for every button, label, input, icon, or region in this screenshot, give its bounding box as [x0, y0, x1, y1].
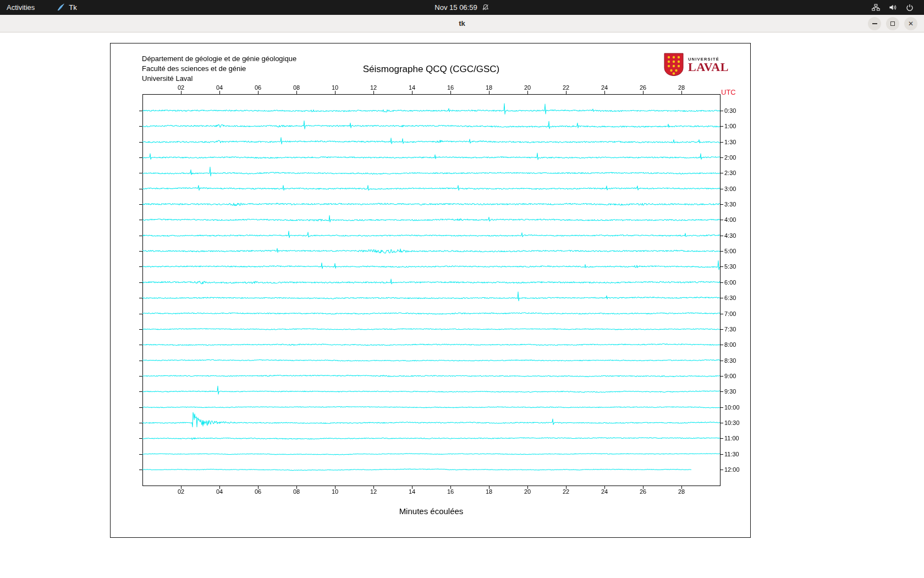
row-time-label: 10:00 [724, 404, 740, 411]
x-tick-label-bottom: 10 [331, 488, 339, 495]
row-time-label: 6:00 [724, 279, 736, 286]
notifications-muted-icon [482, 4, 490, 11]
row-time-label: 2:30 [724, 170, 736, 177]
focused-app-indicator[interactable]: Tk [57, 3, 76, 12]
x-tick-label-bottom: 26 [639, 488, 647, 495]
clock-button[interactable]: Nov 15 06:59 [435, 0, 489, 15]
power-icon[interactable] [903, 0, 916, 15]
x-tick-label-top: 18 [485, 84, 493, 91]
x-tick-label-top: 28 [677, 84, 686, 91]
row-time-label: 12:00 [724, 466, 740, 473]
row-time-label: 10:30 [724, 419, 740, 427]
plot-title: Séismographe QCQ (CGC/GSC) [142, 64, 720, 75]
x-tick-label-bottom: 20 [523, 488, 532, 495]
x-tick-label-bottom: 02 [177, 488, 185, 495]
focused-app-name: Tk [69, 3, 76, 12]
row-time-label: 9:30 [724, 388, 736, 395]
row-time-label: 5:00 [724, 248, 736, 255]
x-tick-label-bottom: 04 [215, 488, 224, 495]
row-time-label: 0:30 [724, 107, 736, 114]
row-time-label: 7:00 [724, 310, 736, 318]
row-time-label: 9:00 [724, 373, 736, 380]
tk-canvas-frame: Département de géologie et de génie géol… [110, 43, 751, 538]
window-title: tk [459, 19, 465, 28]
row-time-label: 7:30 [724, 326, 736, 333]
x-tick-label-top: 10 [331, 84, 339, 91]
x-tick-label-top: 24 [600, 84, 609, 91]
row-time-label: 8:00 [724, 341, 736, 348]
x-tick-label-bottom: 06 [254, 488, 262, 495]
row-time-label: 11:00 [724, 435, 739, 442]
x-tick-label-bottom: 18 [485, 488, 493, 495]
x-tick-label-top: 06 [254, 84, 262, 91]
logo-text-laval: LAVAL [688, 62, 729, 73]
x-tick-label-bottom: 28 [677, 488, 686, 495]
x-tick-label-top: 12 [369, 84, 378, 91]
row-time-label: 5:30 [724, 263, 736, 270]
institution-line-1: Département de géologie et de génie géol… [142, 54, 296, 64]
utc-label: UTC [721, 88, 736, 96]
x-tick-label-top: 04 [215, 84, 224, 91]
x-tick-label-top: 26 [639, 84, 647, 91]
clock-text: Nov 15 06:59 [435, 3, 477, 12]
close-button[interactable]: ✕ [904, 17, 917, 30]
window-content: Département de géologie et de génie géol… [0, 32, 924, 578]
x-tick-label-top: 16 [446, 84, 455, 91]
x-tick-label-top: 02 [177, 84, 185, 91]
row-time-label: 2:00 [724, 154, 736, 161]
top-bar: Activities Tk Nov 15 06:59 [0, 0, 924, 15]
institution-line-3: Université Laval [142, 74, 296, 84]
seismograph-canvas [111, 43, 751, 538]
row-time-label: 4:30 [724, 232, 736, 239]
volume-icon[interactable] [886, 0, 900, 15]
x-axis-caption: Minutes écoulées [142, 506, 720, 516]
window-titlebar[interactable]: tk ✕ [0, 15, 924, 32]
x-tick-label-bottom: 14 [408, 488, 416, 495]
maximize-button[interactable] [886, 17, 899, 30]
row-time-label: 4:00 [724, 216, 736, 223]
x-tick-label-bottom: 12 [369, 488, 378, 495]
laval-shield-icon [663, 53, 684, 77]
x-tick-label-top: 08 [292, 84, 301, 91]
row-time-label: 8:30 [724, 357, 736, 364]
minimize-button[interactable] [868, 17, 881, 30]
x-tick-label-top: 14 [408, 84, 416, 91]
x-tick-label-bottom: 16 [446, 488, 455, 495]
activities-button[interactable]: Activities [0, 0, 41, 15]
row-time-label: 6:30 [724, 295, 736, 302]
x-tick-label-top: 20 [523, 84, 532, 91]
row-time-label: 11:30 [724, 451, 739, 458]
row-time-label: 3:30 [724, 201, 736, 208]
row-time-label: 1:00 [724, 123, 736, 130]
row-time-label: 1:30 [724, 139, 736, 146]
universite-laval-logo: UNIVERSITÉ LAVAL [663, 53, 729, 77]
row-time-label: 3:00 [724, 186, 736, 193]
network-icon[interactable] [869, 0, 883, 15]
x-tick-label-bottom: 08 [292, 488, 301, 495]
tk-app-icon [57, 3, 65, 12]
x-tick-label-top: 22 [562, 84, 570, 91]
x-tick-label-bottom: 24 [600, 488, 609, 495]
x-tick-label-bottom: 22 [562, 488, 570, 495]
